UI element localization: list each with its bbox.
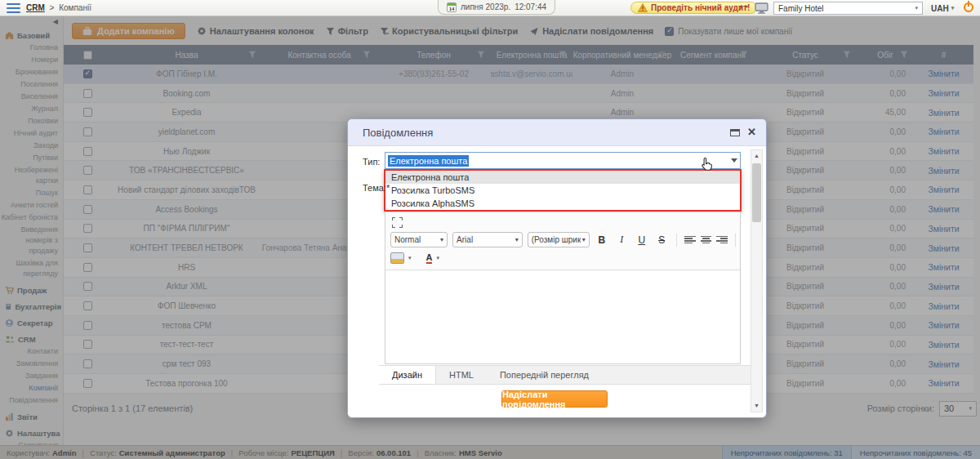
subject-label: Тема:* bbox=[363, 183, 390, 193]
calendar-icon: 14 bbox=[447, 2, 457, 12]
warning-icon bbox=[638, 3, 648, 12]
modal-scrollbar[interactable]: ▲ ▼ bbox=[751, 149, 763, 412]
type-label: Тип: bbox=[363, 157, 380, 167]
toolbar-divider bbox=[735, 234, 736, 247]
align-center-icon[interactable] bbox=[701, 235, 712, 245]
dropdown-option-email[interactable]: Електронна пошта bbox=[385, 171, 740, 184]
message-editor: Normal▾ Arial▾ (Розмір шрик▾ B I U S ▾ A… bbox=[385, 212, 741, 364]
strikethrough-button[interactable]: S bbox=[654, 232, 669, 247]
underline-button[interactable]: U bbox=[635, 232, 649, 247]
scrollbar-thumb[interactable] bbox=[752, 163, 761, 222]
editor-tabs: Дизайн HTML Попередній перегляд bbox=[379, 365, 751, 385]
chevron-down-icon[interactable]: ▾ bbox=[408, 255, 412, 261]
hotel-select[interactable]: Family Hotel ▾ bbox=[773, 2, 923, 15]
message-modal: Повідомлення ✕ Тип: Електронна пошта Еле… bbox=[347, 118, 767, 418]
hamburger-menu-icon[interactable] bbox=[7, 3, 20, 13]
editor-content-area[interactable] bbox=[385, 270, 740, 363]
send-message-submit-button[interactable]: Надіслати повідомлення bbox=[501, 390, 608, 408]
modal-title: Повідомлення bbox=[363, 119, 433, 146]
selected-type-value: Електронна пошта bbox=[388, 155, 469, 167]
breadcrumb-page: Компанії bbox=[59, 3, 91, 12]
breadcrumb: CRM > Компанії bbox=[26, 3, 91, 12]
align-left-icon[interactable] bbox=[684, 235, 696, 245]
date-text: липня 2023р. bbox=[461, 2, 510, 11]
italic-button[interactable]: I bbox=[614, 232, 629, 247]
datetime-widget: 14 липня 2023р. 12:07:44 bbox=[438, 0, 555, 15]
tab-preview[interactable]: Попередній перегляд bbox=[487, 366, 602, 384]
close-icon[interactable]: ✕ bbox=[747, 126, 756, 138]
dropdown-option-turbosms[interactable]: Розсилка TurboSMS bbox=[385, 184, 740, 197]
bold-button[interactable]: B bbox=[595, 232, 609, 247]
font-name-select[interactable]: Arial▾ bbox=[452, 232, 523, 247]
currency-select[interactable]: UAH ▾ bbox=[931, 2, 954, 15]
message-type-combobox[interactable]: Електронна пошта bbox=[385, 152, 741, 169]
type-dropdown-list: Електронна пошта Розсилка TurboSMS Розси… bbox=[384, 169, 742, 212]
align-right-icon[interactable] bbox=[716, 235, 728, 245]
paragraph-format-select[interactable]: Normal▾ bbox=[390, 232, 448, 247]
tab-design[interactable]: Дизайн bbox=[379, 366, 436, 384]
scroll-down-icon[interactable]: ▼ bbox=[751, 400, 762, 412]
time-text: 12:07:44 bbox=[514, 2, 546, 11]
app-root: CRM > Компанії 14 липня 2023р. 12:07:44 … bbox=[0, 0, 980, 459]
background-color-icon[interactable] bbox=[390, 252, 404, 264]
chevron-down-icon: ▾ bbox=[951, 5, 955, 11]
dropdown-option-alphasms[interactable]: Розсилка AlphaSMS bbox=[385, 197, 740, 210]
workstation-icon bbox=[755, 2, 768, 14]
breadcrumb-crm-link[interactable]: CRM bbox=[26, 3, 45, 12]
fullscreen-icon[interactable] bbox=[392, 217, 403, 228]
breadcrumb-separator: > bbox=[50, 3, 55, 12]
editor-toolbar-row1: Normal▾ Arial▾ (Розмір шрик▾ B I U S bbox=[390, 232, 738, 247]
chevron-down-icon: ▾ bbox=[915, 5, 918, 11]
combo-arrow-icon[interactable] bbox=[731, 158, 737, 163]
sync-arrows-icon: ◄► bbox=[737, 3, 751, 9]
topbar: CRM > Компанії 14 липня 2023р. 12:07:44 … bbox=[0, 0, 980, 16]
font-size-select[interactable]: (Розмір шрик▾ bbox=[528, 232, 590, 247]
power-logout-icon[interactable] bbox=[964, 2, 973, 12]
tab-html[interactable]: HTML bbox=[436, 366, 487, 384]
maximize-icon[interactable] bbox=[730, 129, 740, 136]
scroll-up-icon[interactable]: ▲ bbox=[751, 150, 762, 162]
font-color-icon[interactable]: A bbox=[426, 252, 433, 264]
chevron-down-icon[interactable]: ▾ bbox=[436, 255, 439, 261]
toolbar-divider bbox=[676, 234, 677, 247]
modal-header: Повідомлення ✕ bbox=[348, 119, 766, 146]
editor-toolbar-row2: ▾ A ▾ bbox=[390, 252, 439, 264]
